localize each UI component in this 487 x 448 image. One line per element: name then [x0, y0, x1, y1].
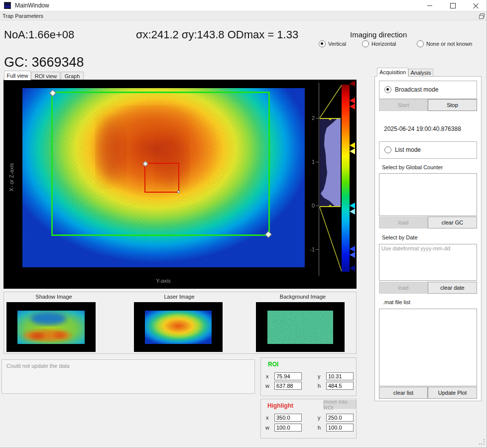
gradient-tick-red-1[interactable]: [350, 98, 355, 104]
background-image-box: [256, 302, 345, 352]
roi-w-input[interactable]: [274, 382, 302, 390]
radio-horizontal-label: Horizontal: [371, 41, 396, 47]
gc-value: GC: 3669348: [4, 55, 84, 70]
gc-input-area[interactable]: [379, 173, 477, 216]
shadow-image-box: [6, 302, 96, 352]
radio-list-mode-circle[interactable]: [384, 146, 391, 153]
laser-image-box: [134, 302, 223, 352]
highlight-rectangle[interactable]: [144, 163, 179, 193]
radio-horizontal[interactable]: Horizontal: [362, 40, 396, 47]
move-into-roi-button[interactable]: move into ROI: [323, 400, 356, 409]
highlight-x-input[interactable]: [274, 414, 302, 422]
stop-button[interactable]: Stop: [428, 99, 477, 111]
tab-graph[interactable]: Graph: [61, 72, 84, 80]
shadow-image-label: Shadow Image: [16, 294, 91, 300]
shadow-image[interactable]: [17, 311, 85, 344]
roi-h-input[interactable]: [326, 382, 354, 390]
broadcast-mode-label: Broadcast mode: [395, 86, 438, 93]
gradient-tick-yellow-1[interactable]: [350, 142, 355, 148]
trap-parameters-toolbar: Trap Parameters: [0, 11, 487, 20]
full-view-plot: X- or Z-axis Y-axis 2 1 0 -1: [3, 80, 357, 289]
list-mode-label: List mode: [395, 146, 421, 153]
x-axis-label: X- or Z-axis: [8, 158, 14, 196]
gradient-tick-blue-1[interactable]: [350, 246, 355, 252]
colorbar-tick-1: 1: [300, 159, 315, 165]
radio-vertical-circle[interactable]: [319, 40, 326, 47]
status-box: Could not update the data: [1, 359, 255, 394]
imaging-direction-label: Imaging direction: [350, 30, 407, 39]
laser-image-label: Laser Image: [142, 294, 217, 300]
clear-list-button[interactable]: clear list: [379, 387, 428, 399]
background-image-label: Background Image: [263, 294, 343, 300]
roi-h-label: h: [318, 383, 321, 389]
highlight-h-input[interactable]: [326, 424, 354, 432]
acquisition-pane: Broadcast mode Start Stop 2025-06-24 19:…: [374, 76, 482, 401]
laser-image[interactable]: [145, 311, 212, 344]
app-icon: [4, 2, 11, 9]
highlight-h-label: h: [318, 425, 321, 431]
start-button[interactable]: Start: [379, 99, 428, 111]
radio-horizontal-circle[interactable]: [362, 40, 369, 47]
load-date-button[interactable]: load: [379, 282, 428, 294]
radio-vertical[interactable]: Vertical: [319, 40, 346, 47]
tab-roi-view[interactable]: ROI view: [31, 72, 60, 80]
highlight-y-label: y: [318, 415, 321, 421]
minimize-icon: [427, 5, 432, 6]
mat-file-list-label: .mat file list: [383, 299, 410, 305]
roi-w-label: w: [265, 383, 269, 389]
broadcast-group: Broadcast mode: [379, 81, 477, 99]
radio-vertical-label: Vertical: [328, 41, 346, 47]
minimize-button[interactable]: [418, 0, 441, 11]
noa-value: NoA:1.66e+08: [4, 28, 74, 41]
resize-grip[interactable]: [479, 439, 485, 445]
background-image[interactable]: [267, 311, 333, 344]
close-icon: [473, 3, 479, 8]
tab-analysis[interactable]: Analysis: [408, 69, 433, 77]
gradient-tick-blue-2[interactable]: [350, 252, 355, 258]
radio-none-label: None or not known: [426, 41, 472, 47]
update-plot-button[interactable]: Update Plot: [428, 387, 477, 399]
gradient-colorbar[interactable]: [342, 85, 350, 272]
radio-broadcast-mode[interactable]: Broadcast mode: [384, 86, 438, 93]
load-gc-button[interactable]: load: [379, 217, 428, 228]
roi-y-label: y: [318, 373, 321, 379]
gradient-tick-darkred[interactable]: [350, 81, 355, 87]
highlight-handle-bottomright[interactable]: [177, 191, 180, 193]
acquisition-timestamp: 2025-06-24 19:00:40.876388: [384, 125, 461, 132]
maximize-button[interactable]: [441, 0, 464, 11]
roi-x-input[interactable]: [274, 372, 302, 380]
gradient-tick-darkblue[interactable]: [350, 265, 355, 271]
colorbar-tick-neg1: -1: [300, 246, 315, 252]
highlight-y-input[interactable]: [326, 414, 354, 422]
main-window: MainWindow Trap Parameters NoA:1.66e+08 …: [0, 0, 487, 448]
roi-x-label: x: [266, 373, 269, 379]
radio-none-circle[interactable]: [417, 40, 424, 47]
highlight-w-label: w: [265, 425, 269, 431]
radio-list-mode[interactable]: List mode: [384, 146, 421, 153]
radio-none[interactable]: None or not known: [417, 40, 472, 47]
colorbar-tick-2: 2: [300, 115, 315, 121]
select-by-gc-label: Select by Global Counter: [382, 164, 443, 170]
close-button[interactable]: [464, 0, 487, 11]
highlight-w-input[interactable]: [274, 424, 302, 432]
thumbnails-panel: Shadow Image Laser Image Background Imag…: [3, 292, 357, 354]
gradient-tick-yellow-2[interactable]: [350, 148, 355, 154]
gradient-tick-red-2[interactable]: [350, 104, 355, 110]
mat-file-list[interactable]: [379, 309, 477, 386]
float-dock-icon[interactable]: [479, 13, 484, 18]
tab-full-view[interactable]: Full view: [4, 71, 31, 80]
gradient-tick-cyan-2[interactable]: [350, 209, 355, 215]
roi-group: ROI x y w h: [260, 357, 357, 396]
radio-broadcast-circle[interactable]: [384, 86, 391, 93]
roi-title: ROI: [268, 361, 278, 368]
clear-gc-button[interactable]: clear GC: [428, 217, 477, 228]
clear-date-button[interactable]: clear date: [428, 282, 477, 294]
highlight-group: Highlight move into ROI x y w h: [260, 399, 357, 439]
roi-y-input[interactable]: [326, 372, 354, 380]
tab-acquisition[interactable]: Acquisition: [377, 68, 408, 77]
sigma-od-values: σx:241.2 σy:143.8 ODmax = 1.33: [136, 28, 298, 41]
toolbar-title: Trap Parameters: [2, 13, 43, 19]
gradient-tick-cyan-1[interactable]: [350, 203, 355, 209]
date-input-area[interactable]: [379, 244, 477, 281]
y-axis-label: Y-axis: [143, 278, 183, 284]
